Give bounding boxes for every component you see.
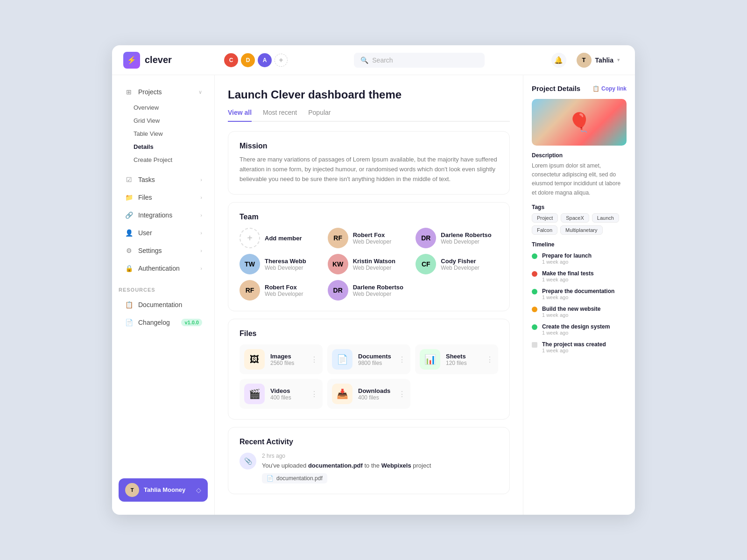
tab-popular[interactable]: Popular: [308, 109, 331, 122]
sidebar-item-projects[interactable]: ⊞ Projects ∨: [119, 84, 208, 100]
sidebar-item-changelog[interactable]: 📄 Changelog v1.0.0: [119, 314, 208, 331]
files-title: Files: [240, 329, 498, 338]
sidebar-sub-table-view[interactable]: Table View: [119, 127, 208, 140]
copy-link-button[interactable]: 📋 Copy link: [592, 85, 627, 92]
tab-add-button[interactable]: +: [275, 54, 288, 67]
images-count: 2560 files: [270, 360, 294, 366]
member-name-4: Cody Fisher: [441, 258, 479, 265]
timeline-label-2: Prepare the documentation: [542, 288, 614, 294]
project-image: 🎈: [532, 99, 627, 146]
documents-count: 9800 files: [358, 360, 391, 366]
sidebar-sub-create-project[interactable]: Create Project: [119, 154, 208, 166]
activity-time: 2 hrs ago: [262, 453, 431, 459]
sidebar-item-user[interactable]: 👤 User ›: [119, 224, 208, 241]
member-name-0: Robert Fox: [353, 231, 392, 238]
sidebar-sub-details[interactable]: Details: [119, 140, 208, 153]
team-member-2: TW Theresa Webb Web Developer: [240, 254, 322, 274]
sidebar-sub-overview[interactable]: Overview: [119, 101, 208, 114]
downloads-count: 400 files: [358, 394, 390, 401]
timeline-label-3: Build the new website: [542, 306, 600, 312]
tab-a[interactable]: A: [258, 53, 272, 67]
team-member-0: RF Robert Fox Web Developer: [328, 228, 410, 248]
user-card[interactable]: T Tahlia Mooney ◇: [119, 478, 208, 502]
mission-text: There are many variations of passages of…: [240, 155, 498, 184]
logo-area: ⚡ clever: [123, 52, 217, 69]
activity-avatar: 📎: [240, 453, 256, 469]
downloads-more-button[interactable]: ⋮: [398, 390, 406, 399]
activity-card: Recent Activity 📎 2 hrs ago You've uploa…: [228, 427, 510, 494]
sheets-more-button[interactable]: ⋮: [486, 355, 493, 364]
timeline-time-1: 1 week ago: [542, 277, 594, 282]
app-logo-icon: ⚡: [123, 52, 140, 69]
sidebar-item-tasks[interactable]: ☑ Tasks ›: [119, 171, 208, 188]
tab-d[interactable]: D: [241, 53, 255, 67]
header-actions: 🔔 T Tahlia ▾: [551, 51, 624, 70]
downloads-name: Downloads: [358, 387, 390, 394]
team-member-3: KW Kristin Watson Web Developer: [328, 254, 410, 274]
tags-title: Tags: [532, 204, 627, 210]
add-member-button[interactable]: +: [240, 228, 260, 248]
activity-item-0: 📎 2 hrs ago You've uploaded documentatio…: [240, 453, 498, 483]
timeline-item-5: The project was created 1 week ago: [532, 341, 627, 353]
timeline-item-1: Make the final tests 1 week ago: [532, 270, 627, 282]
timeline-label-5: The project was created: [542, 341, 606, 348]
images-icon: 🖼: [244, 349, 265, 370]
tab-c[interactable]: C: [224, 53, 238, 67]
sheets-count: 120 files: [446, 360, 467, 366]
member-role-1: Web Developer: [441, 238, 491, 245]
member-name-6: Darlene Robertso: [353, 284, 403, 291]
timeline-time-5: 1 week ago: [542, 348, 606, 353]
team-grid: + Add member RF Robert Fox Web Developer: [240, 228, 498, 301]
documents-more-button[interactable]: ⋮: [398, 355, 406, 364]
user-menu-button[interactable]: T Tahlia ▾: [573, 51, 624, 70]
images-name: Images: [270, 353, 294, 360]
file-icon: 📄: [267, 475, 274, 482]
tag-0[interactable]: Project: [532, 213, 558, 223]
sidebar-item-documentation[interactable]: 📋 Documentation: [119, 296, 208, 313]
team-member-6: DR Darlene Robertso Web Developer: [328, 280, 410, 301]
search-icon: 🔍: [360, 56, 368, 64]
add-member-label: Add member: [265, 235, 302, 242]
member-name-3: Kristin Watson: [353, 258, 395, 265]
sidebar-item-files[interactable]: 📁 Files ›: [119, 189, 208, 206]
header-search-area: 🔍 Search: [295, 53, 544, 68]
tasks-icon: ☑: [124, 175, 134, 184]
files-card: Files 🖼 Images 2560 files ⋮ 📄 Documents: [228, 319, 510, 420]
team-member-4: CF Cody Fisher Web Developer: [416, 254, 498, 274]
sidebar-item-integrations[interactable]: 🔗 Integrations ›: [119, 207, 208, 224]
header: ⚡ clever C D A + 🔍 Search 🔔 T Tahlia ▾: [112, 45, 635, 75]
tab-most-recent[interactable]: Most recent: [263, 109, 297, 122]
page-title: Launch Clever dashboard theme: [228, 88, 510, 101]
panel-title: Project Details: [532, 84, 580, 92]
sidebar-resources-section: 📋 Documentation 📄 Changelog v1.0.0: [112, 295, 214, 332]
settings-arrow: ›: [200, 248, 202, 253]
tab-avatars: C D A +: [224, 53, 288, 67]
notification-button[interactable]: 🔔: [551, 53, 566, 68]
videos-more-button[interactable]: ⋮: [310, 390, 318, 399]
app-logo-text: clever: [145, 55, 172, 65]
file-item-downloads: 📥 Downloads 400 files ⋮: [327, 379, 410, 409]
version-badge: v1.0.0: [181, 319, 202, 326]
activity-file-link[interactable]: 📄 documentation.pdf: [262, 473, 327, 483]
timeline-dot-2: [532, 289, 537, 294]
timeline-item-0: Prepare for launch 1 week ago: [532, 252, 627, 265]
tag-4[interactable]: Multiplanetary: [560, 225, 602, 235]
images-more-button[interactable]: ⋮: [310, 355, 318, 364]
sidebar-item-authentication[interactable]: 🔒 Authentication ›: [119, 260, 208, 277]
timeline-time-4: 1 week ago: [542, 330, 610, 336]
member-avatar-6: DR: [328, 280, 348, 301]
search-box[interactable]: 🔍 Search: [354, 53, 485, 68]
sidebar-sub-grid-view[interactable]: Grid View: [119, 114, 208, 127]
tag-2[interactable]: Launch: [592, 213, 619, 223]
tag-1[interactable]: SpaceX: [561, 213, 589, 223]
tag-3[interactable]: Falcon: [532, 225, 557, 235]
member-role-6: Web Developer: [353, 291, 403, 297]
sidebar-item-settings[interactable]: ⚙ Settings ›: [119, 242, 208, 259]
user-icon: 👤: [124, 228, 134, 238]
member-role-0: Web Developer: [353, 238, 392, 245]
tab-view-all[interactable]: View all: [228, 109, 252, 122]
timeline-time-0: 1 week ago: [542, 259, 592, 265]
sheets-name: Sheets: [446, 353, 467, 360]
user-avatar: T: [577, 53, 592, 68]
app-window: ⚡ clever C D A + 🔍 Search 🔔 T Tahlia ▾: [112, 45, 635, 515]
